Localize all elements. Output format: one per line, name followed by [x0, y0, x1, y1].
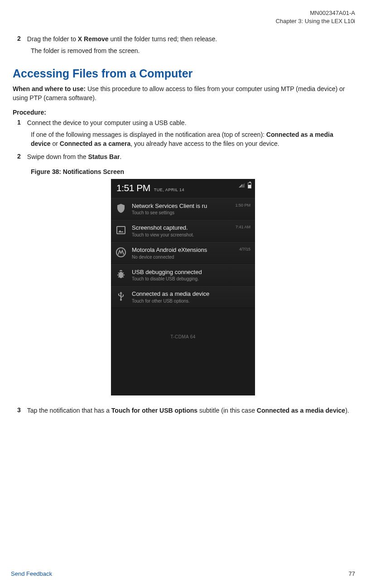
running-header: MN002347A01-A Chapter 3: Using the LEX L… — [11, 9, 355, 25]
phone-screenshot: 1:51 PM TUE, APRIL 14 Network Services C… — [111, 179, 255, 395]
step-2-prev-section: 2 Drag the folder to X Remove until the … — [13, 35, 353, 44]
when-where: When and where to use: Use this procedur… — [13, 85, 353, 102]
step-result: The folder is removed from the screen. — [31, 47, 353, 56]
step-1-followup: If one of the following messages is disp… — [31, 130, 353, 148]
notification-row[interactable]: Connected as a media device Touch for ot… — [111, 286, 255, 308]
notification-row[interactable]: Screenshot captured. Touch to view your … — [111, 220, 255, 242]
notification-subtitle: Touch to disable USB debugging. — [132, 276, 250, 281]
section-heading: Accessing Files from a Computer — [13, 67, 353, 80]
step-text: Swipe down from the Status Bar. — [27, 153, 122, 162]
text: Drag the folder to — [27, 35, 78, 43]
notification-title: USB debugging connected — [132, 269, 250, 276]
step-number: 1 — [13, 119, 21, 128]
notification-time: 1:50 PM — [235, 203, 250, 207]
notification-subtitle: Touch to see settings — [132, 210, 250, 215]
content: 2 Drag the folder to X Remove until the … — [11, 35, 355, 415]
step-3: 3 Tap the notification that has a Touch … — [13, 406, 353, 415]
text: until the folder turns red; then release… — [109, 35, 217, 43]
text: or — [51, 140, 60, 147]
page-number: 77 — [349, 570, 355, 577]
text: subtitle (in this case — [197, 407, 257, 414]
usb-icon — [116, 291, 126, 302]
notification-row[interactable]: Network Services Client is ru Touch to s… — [111, 198, 255, 220]
shield-icon — [116, 203, 126, 214]
text: . — [120, 153, 121, 160]
notification-title: Screenshot captured. — [132, 224, 250, 231]
svg-rect-0 — [117, 227, 125, 234]
notification-title: Motorola Android eXtensions — [132, 246, 250, 254]
step-number: 2 — [13, 153, 21, 162]
status-icons — [239, 183, 251, 188]
doc-id: MN002347A01-A — [11, 9, 355, 17]
text: ). — [345, 407, 349, 414]
figure-caption: Figure 38: Notifications Screen — [31, 168, 353, 175]
status-time: 1:51 PM — [116, 183, 150, 193]
text: , you already have access to the files o… — [130, 140, 279, 147]
step-2: 2 Swipe down from the Status Bar. — [13, 153, 353, 162]
notification-subtitle: Touch for other USB options. — [132, 299, 250, 304]
status-date: TUE, APRIL 14 — [154, 188, 184, 192]
page: MN002347A01-A Chapter 3: Using the LEX L… — [0, 0, 366, 588]
procedure-label: Procedure: — [13, 109, 353, 116]
carrier-label: T-CDMA 64 — [111, 308, 255, 339]
text-bold: Touch for other USB options — [111, 407, 197, 414]
status-bar: 1:51 PM TUE, APRIL 14 — [111, 179, 255, 198]
notification-subtitle: Touch to view your screenshot. — [132, 232, 250, 237]
text-bold: Status Bar — [88, 153, 120, 160]
send-feedback-link[interactable]: Send Feedback — [11, 570, 52, 577]
step-text: Tap the notification that has a Touch fo… — [27, 406, 349, 415]
notification-row[interactable]: USB debugging connected Touch to disable… — [111, 264, 255, 286]
motorola-icon — [116, 247, 126, 258]
when-label: When and where to use: — [13, 85, 87, 92]
text-bold: Connected as a media device — [257, 407, 345, 414]
text: Tap the notification that has a — [27, 407, 111, 414]
notification-time: 4/7/15 — [239, 247, 250, 251]
signal-icon — [239, 183, 245, 188]
text-bold: X Remove — [78, 35, 109, 43]
step-text: Connect the device to your computer usin… — [27, 119, 187, 128]
step-1: 1 Connect the device to your computer us… — [13, 119, 353, 128]
notification-row[interactable]: Motorola Android eXtensions No device co… — [111, 242, 255, 264]
footer: Send Feedback 77 — [11, 570, 355, 577]
notification-time: 7:41 AM — [236, 225, 250, 229]
step-text: Drag the folder to X Remove until the fo… — [27, 35, 217, 44]
figure-38: 1:51 PM TUE, APRIL 14 Network Services C… — [13, 179, 353, 395]
step-number: 3 — [13, 406, 21, 415]
text: If one of the following messages is disp… — [31, 131, 266, 138]
step-number: 2 — [13, 35, 21, 44]
image-icon — [116, 225, 126, 236]
svg-point-2 — [119, 272, 123, 278]
text-bold: Connected as a camera — [60, 140, 130, 147]
text: Swipe down from the — [27, 153, 88, 160]
notification-subtitle: No device connected — [132, 255, 250, 260]
battery-icon — [248, 183, 251, 188]
bug-icon — [116, 269, 126, 280]
chapter-label: Chapter 3: Using the LEX L10i — [11, 17, 355, 25]
notification-title: Connected as a media device — [132, 290, 250, 298]
notification-title: Network Services Client is ru — [132, 202, 250, 210]
